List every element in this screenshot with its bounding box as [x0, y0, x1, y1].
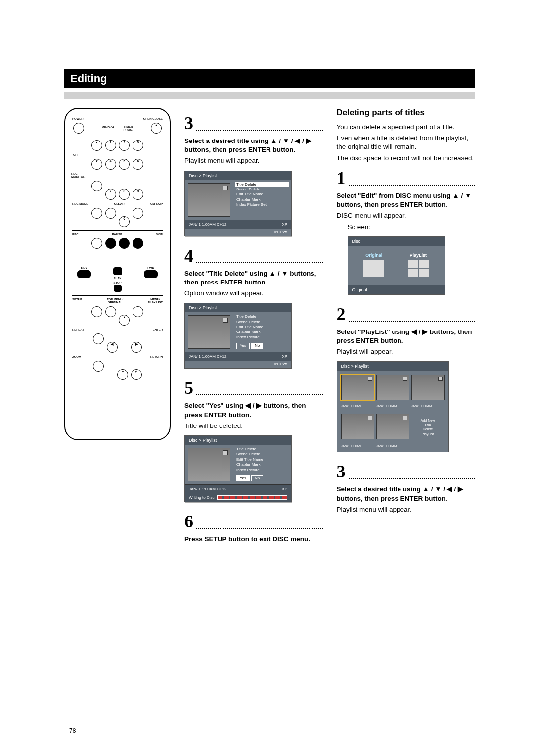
- nav-down: ▼: [117, 369, 128, 380]
- pause-button: [105, 238, 116, 249]
- cmskip-button: [133, 208, 143, 219]
- num-7: 7: [105, 189, 116, 200]
- menu-item: Title Delete: [235, 314, 289, 319]
- label-rev: REV: [76, 266, 92, 269]
- menu-item: Index Picture Set: [235, 202, 289, 207]
- cell-caption: JAN/1 1:00AM: [411, 404, 445, 408]
- menu-item: Scene Delete: [235, 320, 289, 325]
- label-setup: SETUP: [72, 298, 82, 304]
- menu-item: Title Delete: [235, 182, 289, 187]
- footer-left: JAN/ 1 1:00AM CH12: [189, 222, 226, 227]
- screen-writing: Disc > Playlist Title Delete Scene Delet…: [184, 435, 292, 502]
- footer-time: 0:01:25: [185, 361, 291, 368]
- menu-item: Title Delete: [235, 447, 289, 452]
- power-button: [73, 123, 84, 134]
- return-button: ↵: [131, 369, 142, 380]
- page-number: 78: [69, 727, 76, 734]
- label-clear: CLEAR: [114, 202, 125, 205]
- menu-item: Scene Delete: [235, 187, 289, 192]
- step-3b-head: 3: [337, 461, 475, 482]
- opt: Add New: [412, 418, 444, 423]
- screen-title: Disc > Playlist: [185, 303, 291, 312]
- intro-text: The disc space to record will not be inc…: [337, 154, 475, 163]
- footer-right: XP: [282, 487, 287, 491]
- step-6-num: 6: [184, 511, 193, 532]
- num-5: 5: [119, 159, 130, 170]
- label-fwd: FWD: [143, 266, 159, 269]
- step-1-instruction: Select "Edit" from DISC menu using ▲ / ▼…: [337, 191, 475, 209]
- remote-column: POWER OPEN/CLOSE DISPLAY TIMER PROG. ▲ ▲…: [64, 108, 171, 546]
- clear-button: [105, 208, 116, 219]
- no-option: No: [251, 475, 263, 481]
- intro-text: Even when a title is deleted from the pl…: [337, 134, 475, 151]
- nav-right: ▶: [131, 342, 142, 353]
- play-button: [113, 267, 122, 275]
- topmenu-button: [105, 306, 116, 317]
- option-label: PlayList: [408, 253, 429, 258]
- cell-caption: [411, 444, 445, 448]
- menu-item: Index Picture: [235, 468, 289, 472]
- menu-item: Edit Title Name: [235, 457, 289, 462]
- step-1-result: DISC menu will appear.: [337, 211, 475, 220]
- label-openclose: OPEN/CLOSE: [143, 117, 163, 120]
- stop-button: [114, 285, 122, 292]
- num-4: 4: [105, 159, 116, 170]
- step-2-result: Playlist will appear.: [337, 347, 475, 356]
- label-return: RETURN: [150, 355, 163, 358]
- thumbnail: [188, 448, 230, 481]
- opt: PlayList: [412, 432, 444, 436]
- yes-option: Yes: [236, 475, 250, 481]
- zoom-button: [93, 361, 104, 372]
- menu-item: Edit Title Name: [235, 325, 289, 330]
- tile-icon: [408, 260, 429, 277]
- menu-item: Edit Title Name: [235, 192, 289, 197]
- label-cmskip: CM SKIP: [150, 202, 163, 205]
- screen-footer: Original: [348, 285, 445, 294]
- step-3b-result: Playlist menu will appear.: [337, 505, 475, 514]
- screen-option-window: Disc > Playlist Title Delete Scene Delet…: [184, 303, 292, 369]
- dpad-up: ▲: [91, 140, 102, 151]
- step-3-head: 3: [184, 113, 323, 134]
- screen-playlist-menu: Disc > Playlist Title Delete Scene Delet…: [184, 171, 292, 236]
- progress-bar: [217, 495, 287, 500]
- setup-button: [91, 306, 102, 317]
- progress-label: Writing to Disc: [189, 495, 214, 500]
- step-3-instruction: Select a desired title using ▲ / ▼ / ◀ /…: [184, 137, 323, 154]
- num-6: 6: [133, 159, 143, 170]
- step-5-head: 5: [184, 378, 323, 398]
- label-play: PLAY: [112, 277, 123, 280]
- skip-next: [133, 238, 143, 249]
- rec-button: [91, 238, 102, 249]
- step-2-head: 2: [337, 304, 475, 325]
- label-timer: TIMER PROG.: [124, 125, 133, 131]
- opt: Title: [412, 423, 444, 427]
- label-zoom: ZOOM: [72, 355, 81, 358]
- step-1-num: 1: [337, 168, 346, 189]
- yes-no-prompt: YesNo: [235, 343, 289, 349]
- label-stop: STOP: [70, 281, 165, 284]
- screen-playlist-grid: Disc > Playlist JAN/1 1:00AM JAN/1 1:00A…: [337, 361, 449, 452]
- step-5-instruction: Select "Yes" using ◀ / ▶ buttons, then p…: [184, 401, 323, 419]
- screen-title: Disc > Playlist: [185, 171, 291, 180]
- option-original: Original: [363, 253, 384, 279]
- recmode-button: [91, 208, 102, 219]
- cell-caption: JAN/1 1:00AM: [341, 404, 374, 408]
- step-4-head: 4: [184, 245, 323, 266]
- label-power: POWER: [72, 117, 84, 120]
- screen-title: Disc > Playlist: [337, 362, 448, 371]
- subsection-heading: Deleting parts of titles: [337, 108, 475, 118]
- section-header: Editing: [64, 69, 475, 88]
- step-3b-instruction: Select a desired title using ▲ / ▼ / ◀ /…: [337, 485, 475, 503]
- tile-icon: [363, 260, 384, 277]
- screen-label: Screen:: [348, 223, 475, 232]
- openclose-button: ▲: [151, 123, 162, 134]
- intro-text: You can delete a specified part of a tit…: [337, 123, 475, 132]
- label-recmode: REC MODE: [72, 202, 88, 205]
- manual-page: Editing POWER OPEN/CLOSE DISPLAY TIMER P…: [0, 0, 534, 756]
- step-4-num: 4: [184, 245, 193, 266]
- nav-left: ◀: [107, 342, 118, 353]
- thumbnail: [188, 183, 230, 217]
- num-1: 1: [105, 140, 116, 151]
- label-topmenu: TOP MENU/ ORIGINAL: [107, 298, 123, 304]
- num-9: 9: [133, 189, 143, 200]
